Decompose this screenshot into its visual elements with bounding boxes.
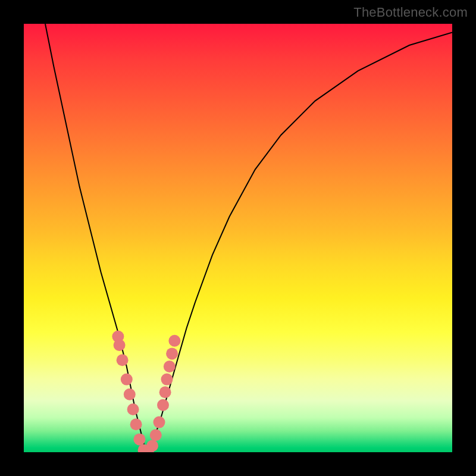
highlight-marker-group [112, 331, 180, 452]
watermark-text: TheBottleneck.com [353, 5, 468, 20]
highlight-dot [130, 418, 142, 430]
highlight-dot [114, 339, 126, 351]
highlight-dot [164, 361, 176, 372]
highlight-dot [166, 347, 178, 359]
highlight-dot [146, 440, 158, 452]
highlight-dot [154, 416, 165, 428]
highlight-dot [161, 374, 173, 386]
highlight-dot [150, 429, 162, 441]
highlight-dot [121, 374, 133, 386]
highlight-dot [159, 386, 171, 398]
highlight-dot [127, 403, 139, 415]
highlight-dot [124, 389, 136, 400]
highlight-dot [117, 354, 129, 366]
bottleneck-curve [45, 24, 452, 452]
outer-frame: TheBottleneck.com [0, 0, 476, 476]
highlight-dot [168, 335, 180, 347]
highlight-dot [157, 399, 169, 411]
chart-overlay [24, 24, 452, 452]
highlight-dot [133, 433, 145, 445]
